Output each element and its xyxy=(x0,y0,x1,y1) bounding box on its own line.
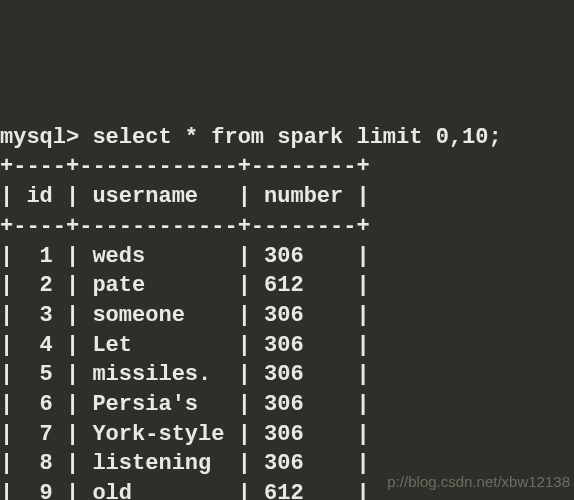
sql-query: select * from spark limit 0,10; xyxy=(92,125,501,150)
mysql-terminal: mysql> select * from spark limit 0,10; +… xyxy=(0,119,574,500)
table-row: | 3 | someone | 306 | xyxy=(0,303,370,328)
mysql-prompt: mysql> xyxy=(0,125,92,150)
table-border-top: +----+------------+--------+ xyxy=(0,154,370,179)
table-row: | 1 | weds | 306 | xyxy=(0,244,370,269)
table-row: | 8 | listening | 306 | xyxy=(0,451,370,476)
table-border-mid: +----+------------+--------+ xyxy=(0,214,370,239)
table-header: | id | username | number | xyxy=(0,184,370,209)
table-row: | 6 | Persia's | 306 | xyxy=(0,392,370,417)
table-row: | 9 | old | 612 | xyxy=(0,481,370,500)
watermark-text: p://blog.csdn.net/xbw12138 xyxy=(387,472,570,492)
table-row: | 2 | pate | 612 | xyxy=(0,273,370,298)
table-row: | 5 | missiles. | 306 | xyxy=(0,362,370,387)
table-row: | 4 | Let | 306 | xyxy=(0,333,370,358)
table-row: | 7 | York-style | 306 | xyxy=(0,422,370,447)
